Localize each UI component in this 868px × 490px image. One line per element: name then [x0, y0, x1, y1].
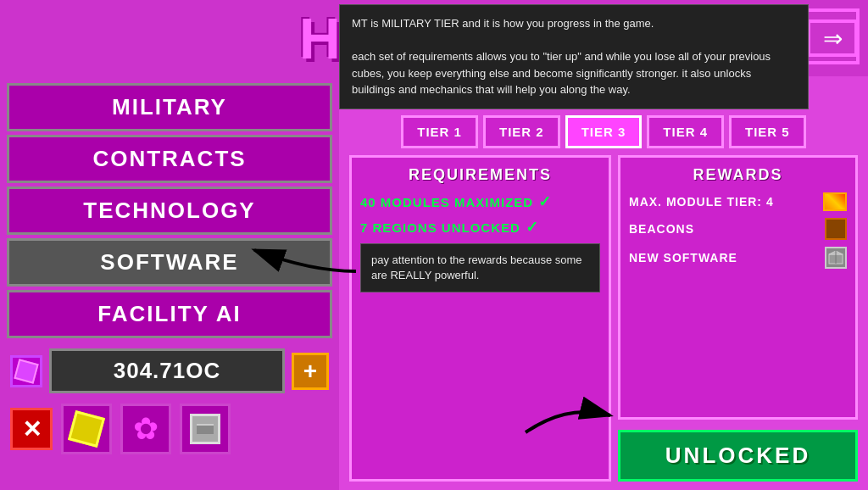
- box-icon: [190, 414, 220, 444]
- requirements-box: REQUIREMENTS 40 MODULES MAXIMIZED ✓ 7 RE…: [349, 155, 611, 482]
- reward-item-3-text: NEW SOFTWARE: [629, 251, 737, 264]
- tab-tier2[interactable]: TIER 2: [483, 115, 560, 148]
- sidebar-item-military[interactable]: MILITARY: [7, 83, 332, 131]
- sidebar: MILITARY CONTRACTS TECHNOLOGY SOFTWARE F…: [0, 76, 339, 490]
- rewards-title: REWARDS: [629, 166, 847, 184]
- req-item-2-check: ✓: [526, 218, 539, 237]
- reward-rainbow-icon: [823, 192, 847, 211]
- content-area: TIER 3 – FLYING AIRCRAFT CARRIER TIER 1 …: [339, 76, 868, 490]
- reward-item-1-text: MAX. MODULE TIER: 4: [629, 195, 774, 209]
- cube-bottom-icon[interactable]: [61, 404, 112, 454]
- sidebar-item-contracts[interactable]: CONTRACTS: [7, 135, 332, 183]
- note-box: pay attention to the rewards because som…: [360, 243, 600, 292]
- tab-tier5[interactable]: TIER 5: [729, 115, 806, 148]
- reward-brown-icon: [825, 218, 847, 240]
- sidebar-item-software[interactable]: SOFTWARE: [7, 238, 332, 287]
- currency-bar: 304.71OC +: [7, 348, 332, 393]
- tooltip-line1: MT is MILITARY TIER and it is how you pr…: [352, 15, 796, 32]
- req-rewards-section: REQUIREMENTS 40 MODULES MAXIMIZED ✓ 7 RE…: [349, 155, 858, 482]
- tooltip-box: MT is MILITARY TIER and it is how you pr…: [339, 4, 809, 109]
- sidebar-item-facility-ai[interactable]: FACILITY AI: [7, 290, 332, 338]
- cube-icon-inner: [14, 359, 38, 383]
- main-layout: MILITARY CONTRACTS TECHNOLOGY SOFTWARE F…: [0, 76, 868, 490]
- tab-tier1[interactable]: TIER 1: [401, 115, 478, 148]
- reward-item-1: MAX. MODULE TIER: 4: [629, 192, 847, 211]
- arrow-right-button[interactable]: [807, 19, 858, 57]
- close-button[interactable]: ✕: [10, 408, 53, 450]
- requirements-title: REQUIREMENTS: [360, 166, 600, 184]
- reward-item-3: NEW SOFTWARE: [629, 247, 847, 269]
- reward-box-icon: [825, 247, 847, 269]
- hex-icon: ✿: [133, 411, 159, 447]
- tab-tier3[interactable]: TIER 3: [565, 115, 643, 148]
- plus-button[interactable]: +: [292, 353, 329, 390]
- tooltip-line2: each set of requirements allows you to "…: [352, 48, 796, 98]
- tier-tabs: TIER 1 TIER 2 TIER 3 TIER 4 TIER 5: [349, 115, 858, 148]
- box-bottom-icon[interactable]: [180, 404, 231, 454]
- yellow-cube-icon: [68, 410, 105, 448]
- cube-icon: [10, 355, 42, 387]
- unlocked-button[interactable]: UNLOCKED: [618, 430, 858, 482]
- req-item-1-check: ✓: [538, 192, 552, 211]
- tab-tier4[interactable]: TIER 4: [647, 115, 724, 148]
- bottom-icons-bar: ✕ ✿: [7, 397, 332, 454]
- req-item-2: 7 REGIONS UNLOCKED ✓: [360, 218, 600, 237]
- reward-item-2: BEACONS: [629, 218, 847, 240]
- reward-item-2-text: BEACONS: [629, 222, 694, 236]
- req-item-2-text: 7 REGIONS UNLOCKED: [360, 220, 520, 235]
- req-item-1-text: 40 MODULES MAXIMIZED: [360, 195, 533, 209]
- hex-bottom-icon[interactable]: ✿: [120, 404, 171, 454]
- rewards-box: REWARDS MAX. MODULE TIER: 4 BEACONS NEW …: [618, 155, 858, 420]
- req-item-1: 40 MODULES MAXIMIZED ✓: [360, 192, 600, 211]
- currency-display: 304.71OC: [49, 348, 285, 393]
- sidebar-item-technology[interactable]: TECHNOLOGY: [7, 187, 332, 235]
